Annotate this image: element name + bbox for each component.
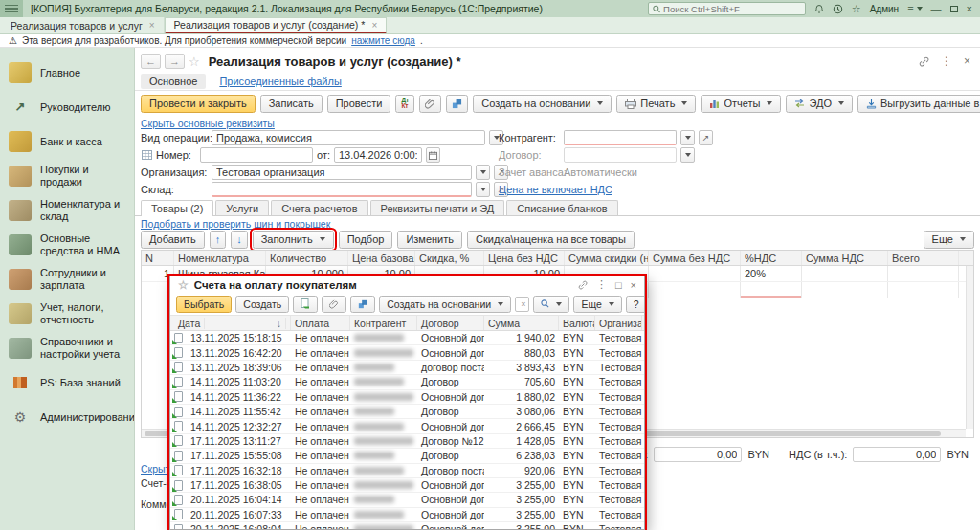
number-field[interactable] [200, 147, 313, 163]
invoice-row[interactable]: 14.11.2025 11:36:22 Не оплачен Основной … [170, 390, 644, 405]
nav-attached-files[interactable]: Присоединенные файлы [219, 76, 341, 87]
goods-more-button[interactable]: Еще [924, 231, 974, 249]
change-button[interactable]: Изменить [397, 231, 462, 249]
print-button[interactable]: Печать [616, 95, 696, 113]
favorite-star-icon[interactable]: ☆ [189, 55, 200, 69]
create-copy-button[interactable] [293, 296, 318, 313]
restore-icon[interactable] [950, 6, 958, 12]
favorites-star-icon[interactable]: ☆ [852, 0, 861, 17]
sidebar-item[interactable]: Банк и касса [0, 124, 134, 159]
invoice-row[interactable]: 13.11.2025 18:39:06 Не оплачен договор п… [170, 361, 644, 375]
contract-field[interactable] [564, 147, 677, 163]
sidebar-item[interactable]: PS: База знаний [0, 365, 134, 400]
dialog-close-icon[interactable]: × [631, 279, 636, 291]
close-icon[interactable]: × [967, 0, 972, 17]
hide-additional-link[interactable]: Скрыть дополнительные реквизиты [141, 463, 171, 475]
dialog-help-button[interactable]: ? [626, 296, 645, 313]
dialog-maximize-icon[interactable]: □ [615, 279, 622, 291]
save-button[interactable]: Записать [260, 95, 323, 113]
sidebar-item[interactable]: Сотрудники и зарплата [0, 262, 134, 297]
invoice-row[interactable]: 14.11.2025 11:03:20 Не оплачен Договор 7… [170, 375, 644, 389]
discount-all-goods-button[interactable]: Скидка\наценка на все товары [467, 231, 635, 249]
invoice-row[interactable]: 17.11.2025 16:38:05 Не оплачен Основной … [170, 478, 644, 493]
sidebar-item[interactable]: Основные средства и НМА [0, 228, 134, 262]
operation-kind-field[interactable] [212, 130, 485, 145]
tab-realization-new[interactable]: Реализация товаров и услуг (создание) *× [165, 17, 388, 33]
forward-arrow-icon[interactable]: → [165, 54, 185, 69]
invoice-row[interactable]: 13.11.2025 16:42:20 Не оплачен Основной … [170, 345, 644, 360]
move-down-icon[interactable]: ↓ [231, 231, 248, 249]
advance-offset-value[interactable]: Автоматически [564, 166, 637, 178]
edo-button[interactable]: ЭДО [786, 95, 853, 113]
sidebar-item[interactable]: Номенклатура и склад [0, 193, 134, 228]
goods-vertical-scrollbar[interactable] [966, 266, 973, 429]
global-search[interactable] [648, 2, 806, 15]
create-based-on-button[interactable]: Создать на основании [473, 95, 612, 113]
sidebar-item[interactable]: Справочники и настройки учета [0, 331, 134, 365]
sort-desc-icon[interactable]: ↓ [273, 318, 286, 329]
create-button[interactable]: Создать [235, 296, 289, 313]
counterparty-open-icon[interactable]: ↗ [699, 130, 713, 145]
reports-button[interactable]: Отчеты [701, 95, 781, 113]
back-arrow-icon[interactable]: ← [141, 54, 161, 69]
required-vat-cell[interactable] [741, 282, 802, 298]
structure-button[interactable] [446, 95, 468, 113]
tab-accounts[interactable]: Счета расчетов [271, 200, 368, 215]
dialog-search[interactable]: × [515, 297, 529, 312]
tab-goods[interactable]: Товары (2) [141, 200, 213, 216]
post-button[interactable]: Провести [327, 95, 391, 113]
notifications-bell-icon[interactable] [814, 4, 824, 14]
show-postings-button[interactable]: ДтКт [395, 95, 414, 113]
tab-services[interactable]: Услуги [215, 200, 269, 215]
price-vat-link[interactable]: Цена не включает НДС [499, 184, 612, 195]
main-menu-icon[interactable] [0, 0, 23, 17]
invoice-row[interactable]: 20.11.2025 16:07:33 Не оплачен Основной … [170, 508, 644, 522]
calendar-icon[interactable] [426, 147, 440, 163]
counterparty-field[interactable] [564, 130, 677, 145]
add-row-button[interactable]: Добавить [141, 231, 205, 249]
tab-print-requisites[interactable]: Реквизиты печати и ЭД [370, 200, 505, 215]
sidebar-item[interactable]: Администрирование [0, 400, 134, 434]
warehouse-dropdown-icon[interactable] [476, 182, 490, 197]
history-icon[interactable] [833, 4, 843, 14]
move-up-icon[interactable]: ↑ [210, 231, 227, 249]
global-search-input[interactable] [663, 4, 801, 14]
dialog-more-button[interactable]: Еще [573, 296, 621, 313]
form-close-icon[interactable]: × [964, 55, 970, 68]
dialog-menu-icon[interactable]: ⋮ [596, 278, 607, 291]
post-and-close-button[interactable]: Провести и закрыть [141, 95, 256, 113]
invoice-row[interactable]: 14.11.2025 11:55:42 Не оплачен Договор 3… [170, 405, 644, 419]
tab-close-icon[interactable]: × [371, 20, 377, 31]
invoice-row[interactable]: 17.11.2025 16:32:18 Не оплачен Договор п… [170, 464, 644, 478]
buy-commercial-link[interactable]: нажмите сюда [351, 35, 415, 46]
service-menu-icon[interactable]: ≡ [907, 0, 922, 17]
nav-main[interactable]: Основное [141, 74, 206, 89]
invoice-row[interactable]: 17.11.2025 13:11:27 Не оплачен Договор №… [170, 434, 644, 449]
sidebar-item[interactable]: Учет, налоги, отчетность [0, 297, 134, 331]
organization-dropdown-icon[interactable] [476, 165, 490, 180]
clear-search-icon[interactable]: × [521, 299, 525, 309]
minimize-icon[interactable]: — [931, 0, 942, 17]
warehouse-field[interactable] [212, 182, 472, 197]
dialog-create-based-button[interactable]: Создать на основании [379, 296, 511, 313]
date-field[interactable] [334, 147, 422, 163]
contract-dropdown-icon[interactable] [680, 147, 695, 163]
invoice-row[interactable]: 20.11.2025 16:04:14 Не оплачен Основной … [170, 493, 644, 507]
dialog-structure-button[interactable] [350, 296, 375, 313]
search-settings-button[interactable] [533, 296, 569, 313]
form-menu-icon[interactable]: ⋮ [941, 55, 952, 68]
current-user[interactable]: Админ [870, 4, 900, 14]
tab-realization-list[interactable]: Реализация товаров и услуг× [2, 17, 165, 33]
tab-close-icon[interactable]: × [149, 20, 155, 31]
sidebar-item[interactable]: Главное [0, 55, 134, 90]
pick-check-tires-link[interactable]: Подобрать и проверить шин и покрышек [141, 218, 330, 230]
counterparty-dropdown-icon[interactable] [680, 130, 695, 145]
invoice-row[interactable]: 20.11.2025 16:08:04 Не оплачен Основной … [170, 522, 644, 530]
dialog-star-icon[interactable]: ☆ [178, 278, 189, 292]
dialog-attachments-button[interactable] [322, 296, 346, 313]
export-to-file-button[interactable]: Выгрузить данные в файл [858, 95, 980, 113]
sidebar-item[interactable]: Руководителю [0, 90, 134, 124]
fill-button[interactable]: Заполнить [253, 231, 334, 249]
get-link-icon[interactable] [919, 56, 929, 67]
organization-field[interactable] [212, 165, 472, 180]
